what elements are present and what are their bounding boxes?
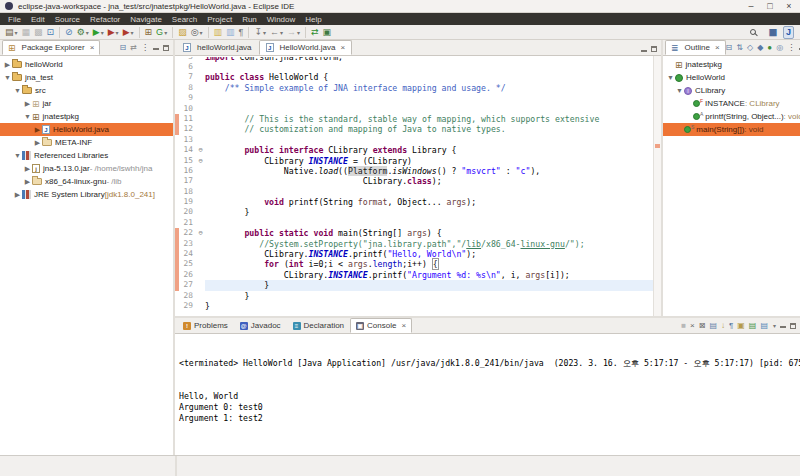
close-button[interactable]: × [783,1,795,11]
code-token[interactable]: Library { [407,145,456,155]
code-token[interactable]: interface [279,145,323,155]
code-token[interactable] [205,259,264,269]
maximize-panel-button[interactable] [790,323,796,329]
expand-arrow-icon[interactable]: ▶ [23,165,32,173]
code-token[interactable]: ( [279,259,289,269]
tree-item-jre-system-library[interactable]: ▶JRE System Library [jdk1.8.0_241] [0,188,173,201]
code-text[interactable]: //System.setProperty("jna.library.path",… [205,239,653,249]
view-menu-icon[interactable]: ⋮ [787,43,795,52]
open-element-button[interactable]: ⊡ [46,26,56,39]
code-text[interactable]: } [205,280,653,290]
code-token[interactable]: CLibrary. [205,249,309,259]
sort-icon[interactable]: ⇅ [736,43,743,52]
search-button[interactable]: ◎▾ [190,26,204,39]
code-token[interactable]: ); [432,176,442,186]
remove-launch-icon[interactable]: × [690,321,695,330]
code-token[interactable]: CLibrary. [205,176,407,186]
code-token[interactable]: public [244,228,274,238]
code-text[interactable]: for (int i=0;i < args.length;i++) { [205,259,653,269]
word-wrap-icon[interactable]: ¶ [729,321,733,330]
code-token[interactable]: INSTANCE [328,270,367,280]
fold-marker[interactable]: ⊖ [196,228,205,238]
outline-tab[interactable]: ≣ Outline × [665,40,726,55]
last-edit-location-button[interactable]: ↧▾ [253,26,267,39]
link-with-editor-button[interactable]: ⇄ [310,26,320,39]
tree-item-jnatestpkg[interactable]: ⊞jnatestpkg [663,58,800,71]
dropdown-arrow-icon[interactable]: ▾ [116,29,119,36]
code-token[interactable]: ;i++) [402,259,432,269]
code-token[interactable]: extends [373,145,408,155]
code-token[interactable]: Native. [205,166,318,176]
expand-arrow-icon[interactable]: ▶ [23,100,32,108]
collapse-arrow-icon[interactable]: ▼ [13,87,22,94]
collapse-arrow-icon[interactable]: ▼ [666,74,675,81]
code-token[interactable]: length [373,259,403,269]
collapse-arrow-icon[interactable]: ▼ [23,113,32,120]
code-text[interactable] [205,187,653,197]
dropdown-arrow-icon[interactable]: ▾ [200,29,203,36]
code-text[interactable]: // customization and mapping of Java to … [205,124,653,134]
code-token[interactable]: Platform [348,166,387,176]
menu-project[interactable]: Project [202,15,237,24]
code-text[interactable] [205,104,653,114]
code-token[interactable]: isWindows [392,166,436,176]
tree-item-jna-5-13-0-jar[interactable]: ▶jjna-5.13.0.jar - /home/lswhh/jna [0,162,173,175]
code-text[interactable]: CLibrary.class); [205,176,653,186]
code-token[interactable] [205,197,264,207]
close-view-icon[interactable]: × [715,43,720,52]
menu-search[interactable]: Search [167,15,202,24]
code-token[interactable]: void [313,228,333,238]
collapse-arrow-icon[interactable]: ▼ [3,74,12,81]
code-token[interactable]: .printf( [368,270,407,280]
dropdown-arrow-icon[interactable]: ▾ [164,29,167,36]
dropdown-arrow-icon[interactable]: ▾ [280,29,283,36]
show-console-when-output-icon[interactable]: ▤ [749,321,757,330]
collapse-arrow-icon[interactable]: ▼ [13,152,22,159]
code-text[interactable] [205,135,653,145]
code-text[interactable]: CLibrary.INSTANCE.printf("Argument %d: %… [205,270,653,280]
console-tab-declaration[interactable]: ≡Declaration [287,318,350,333]
pin-console-icon[interactable]: ▣ [737,321,745,330]
dropdown-arrow-icon[interactable]: ▾ [297,29,300,36]
code-token[interactable]: } [205,291,249,301]
tree-item-jnatestpkg[interactable]: ▼⊞jnatestpkg [0,110,173,123]
hide-fields-icon[interactable]: ◇ [747,43,753,52]
pin-editor-button[interactable]: ▣ [322,26,333,39]
tree-item-helloworld[interactable]: ▶helloWorld [0,58,173,71]
profile-button[interactable]: ▶▾ [122,26,135,39]
expand-arrow-icon[interactable]: ▶ [33,139,42,147]
fold-marker[interactable]: ⊖ [196,156,205,166]
run-external-tools-button[interactable]: ▶▾ [107,26,120,39]
code-text[interactable]: Native.load((Platform.isWindows() ? "msv… [205,166,653,176]
code-token[interactable]: load [318,166,338,176]
code-token[interactable]: import [205,57,235,62]
tree-item-jna-test[interactable]: ▼jna_test [0,71,173,84]
tree-item-src[interactable]: ▼src [0,84,173,97]
dropdown-arrow-icon[interactable]: ▾ [15,29,18,36]
tree-item-printf-string-object[interactable]: Aprintf(String, Object...) : void [663,110,800,123]
code-token[interactable]: //System.setProperty("jna.library.path",… [205,239,466,249]
code-token[interactable]: } [205,280,269,290]
code-token[interactable]: [i]); [545,270,570,280]
collapse-all-icon[interactable]: ⊟ [726,43,733,52]
code-text[interactable]: // This is the standard, stable way of m… [205,114,653,124]
code-token[interactable]: static [279,228,309,238]
code-token[interactable]: class [407,176,432,186]
dropdown-arrow-icon[interactable]: ▾ [263,29,266,36]
code-token[interactable]: CLibrary. [205,270,328,280]
maximize-button[interactable]: □ [764,1,776,11]
code-text[interactable]: void printf(String format, Object... arg… [205,197,653,207]
expand-arrow-icon[interactable]: ▶ [33,126,42,134]
view-menu-icon[interactable]: ⋮ [141,43,149,52]
close-tab-icon[interactable]: × [401,321,406,330]
open-perspective-button[interactable]: ▦ [765,26,780,39]
code-text[interactable]: public class HelloWorld { [205,72,653,82]
open-type-button[interactable]: ▨ [177,26,188,39]
tree-item-main-string[interactable]: Smain(String[]) : void [663,123,800,136]
tree-item-x86-64-linux-gnu[interactable]: ▶x86_64-linux-gnu - /lib [0,175,173,188]
code-token[interactable]: CLibrary [205,156,309,166]
tree-item-meta-inf[interactable]: ▶META-INF [0,136,173,149]
code-token[interactable]: } [205,301,210,311]
code-token[interactable]: CLibrary [323,145,372,155]
code-token[interactable] [205,145,244,155]
